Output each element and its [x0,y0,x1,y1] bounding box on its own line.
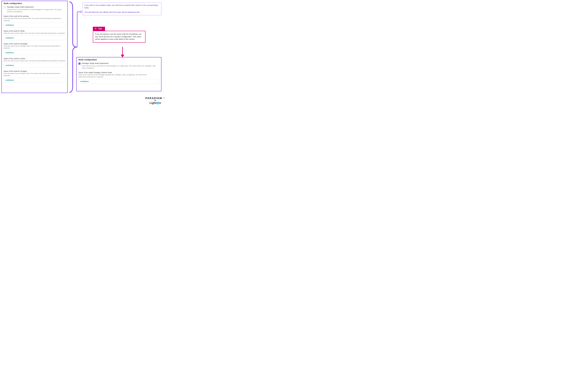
field-description: Enter the name of your Postgres node. Th… [4,72,65,77]
node-name-field: Name of the node for RedisEnter the name… [4,30,65,40]
field-label: Name of the node for Paradigm [4,43,65,45]
panel-title: Node configuration [79,59,159,61]
node-config-single-panel: Node configuration ✓ Paradigm Single Nod… [76,57,162,91]
field-description: Enter the name of your Celery node. The … [4,60,65,62]
svg-rect-0 [80,11,82,13]
callout-paragraph: If you wish to use multiple nodes, you w… [84,4,160,9]
arrow-down-icon [118,47,127,58]
multi-node-callout: If you wish to use multiple nodes, you w… [83,3,161,15]
node-name-input[interactable]: nodeName [4,50,65,55]
tips-body: If you are going to use the same node fo… [93,31,146,43]
field-description: Name of the node for the full Paradigm p… [79,74,159,78]
node-name-field: Name of the node for llm-servingEnter th… [4,15,65,27]
single-node-checkbox-row: ✓ Paradigm Single Node Deployment [79,62,159,65]
node-name-input[interactable]: nodeName [4,63,65,68]
field-label: Name of the node for Postgres [4,70,65,72]
svg-line-8 [95,29,95,29]
logo-paradigm-text: PARADIGM [145,97,162,100]
svg-point-1 [95,28,96,29]
tips-title: Tips [98,28,102,30]
single-node-checkbox-description: Check this box if you would like to inst… [7,9,65,13]
tips-box: Tips If you are going to use the same no… [93,27,146,43]
node-name-input[interactable]: nodeName [4,78,65,82]
single-node-checkbox[interactable] [4,6,6,8]
field-label: Name of the node for Celery [4,58,65,60]
field-label: Name of the single Paradigm Solution Nod… [79,72,159,74]
single-node-checkbox-label: Paradigm Single Node Deployment [7,6,34,8]
field-description: Enter the name of your llm-serving node.… [4,17,65,21]
field-description: Enter the name of your Redis node. The n… [4,32,65,34]
field-description: Enter the name of your Paradigm node. Th… [4,45,65,49]
field-label: Name of the node for llm-serving [4,15,65,17]
node-name-input[interactable]: nodeName [79,79,159,84]
logo-lighton-text: Light✺n [145,101,165,105]
svg-line-9 [96,28,96,28]
svg-line-6 [95,28,95,28]
svg-line-7 [96,29,96,29]
single-node-checkbox-description: Check this box if you would like to inst… [82,65,159,69]
paradigm-lighton-logo: PARADIGM by Light✺n [145,97,165,105]
logo-by-text: by [145,100,165,101]
node-name-input[interactable]: nodeName [4,23,65,27]
single-node-name-field: Name of the single Paradigm Solution Nod… [79,72,159,84]
node-name-field: Name of the node for PostgresEnter the n… [4,70,65,82]
single-node-checkbox-row: Paradigm Single Node Deployment [4,6,65,8]
single-node-checkbox-label: Paradigm Single Node Deployment [82,62,108,64]
callout-paragraph: This will determine the affinity which t… [84,11,160,14]
tips-tab: Tips [93,27,105,31]
single-node-checkbox[interactable]: ✓ [79,62,81,65]
node-name-input[interactable]: nodeName [4,36,65,40]
node-config-multi-panel: Node configuration Paradigm Single Node … [1,1,68,93]
globe-icon: ✺ [157,102,159,104]
lightbulb-icon [94,27,97,30]
field-label: Name of the node for Redis [4,30,65,32]
sparkle-icon [163,97,165,100]
panel-title: Node configuration [4,2,65,5]
node-name-field: Name of the node for ParadigmEnter the n… [4,43,65,55]
node-name-field: Name of the node for CeleryEnter the nam… [4,58,65,68]
